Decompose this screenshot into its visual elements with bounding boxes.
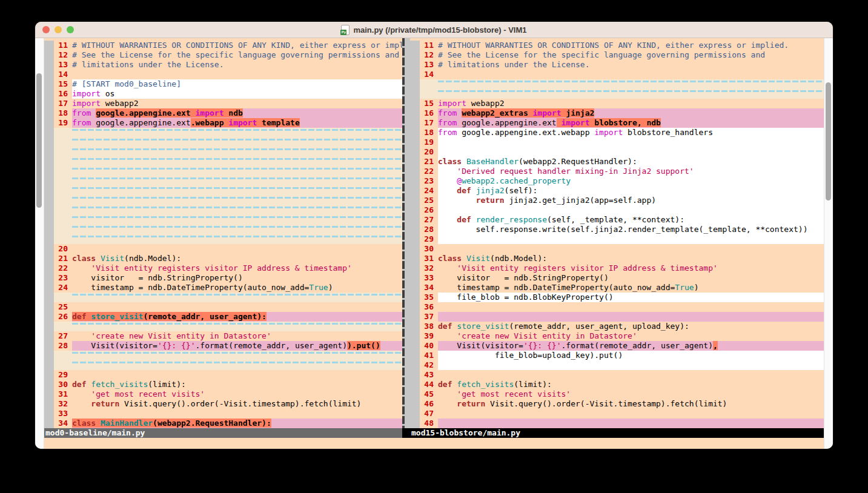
code-line[interactable]: 31class Visit(ndb.Model): [410,254,824,263]
left-scrollbar[interactable] [35,38,44,449]
code-line[interactable]: 14 [410,70,824,79]
filler-line[interactable] [44,128,402,137]
code-line[interactable]: 46 return Visit.query().order(-Visit.tim… [410,399,824,409]
code-line[interactable]: 18from google.appengine.ext import ndb [44,108,402,118]
vertical-split-separator[interactable] [402,38,410,438]
filler-line[interactable] [44,186,402,196]
close-button[interactable] [42,26,50,33]
separator-status-cap [402,428,410,438]
code-line[interactable]: 12# See the License for the specific lan… [44,50,402,60]
filler-line[interactable] [410,89,824,99]
code-line[interactable]: 21class Visit(ndb.Model): [44,254,402,263]
code-line[interactable]: 34 timestamp = ndb.DateTimeProperty(auto… [410,283,824,293]
statusline-right[interactable]: mod15-blobstore/main.py [410,428,824,438]
filler-line[interactable] [44,147,402,157]
code-line[interactable]: 29 [44,370,402,380]
code-line[interactable]: 14 [44,70,402,79]
code-line[interactable]: 18from google.appengine.ext.webapp impor… [410,128,824,137]
statusline-left[interactable]: mod0-baseline/main.py [44,428,402,438]
filler-line[interactable] [44,225,402,234]
code-line[interactable]: 43 [410,370,824,380]
code-line[interactable]: 41 file_blob=upload_key).put() [410,351,824,360]
code-line[interactable]: 40 Visit(visitor='{}: {}'.format(remote_… [410,341,824,351]
code-segment: fetch_visits [91,380,148,389]
filler-line[interactable] [44,205,402,215]
code-line[interactable]: 16import os [44,89,402,99]
fold-column [410,50,420,60]
command-line[interactable] [44,438,824,449]
code-line[interactable]: 12# See the License for the specific lan… [410,50,824,60]
right-scrollbar[interactable] [824,38,833,449]
code-line[interactable]: 19from google.appengine.ext.webapp impor… [44,118,402,128]
code-line[interactable]: 23 @webapp2.cached_property [410,176,824,186]
code-line[interactable]: 42 [410,360,824,370]
code-text: 'Visit entity registers visitor IP addre… [72,263,402,273]
code-line[interactable]: 25 [44,302,402,312]
code-line[interactable]: 35 file_blob = ndb.BlobKeyProperty() [410,293,824,302]
code-line[interactable]: 25 return jinja2.get_jinja2(app=self.app… [410,196,824,205]
code-line[interactable]: 29 [410,234,824,244]
left-scrollbar-thumb[interactable] [36,73,42,208]
filler-line[interactable] [44,234,402,244]
code-line[interactable]: 22 'Visit entity registers visitor IP ad… [44,263,402,273]
code-text [72,234,402,244]
filler-line[interactable] [44,322,402,331]
filler-line[interactable] [44,196,402,205]
code-line[interactable]: 17import webapp2 [44,99,402,108]
filler-line[interactable] [44,137,402,147]
filler-line[interactable] [410,79,824,89]
code-line[interactable]: 19 [410,137,824,147]
code-line[interactable]: 45 'get most recent visits' [410,389,824,399]
code-line[interactable]: 26def store_visit(remote_addr, user_agen… [44,312,402,322]
code-line[interactable]: 31 'get most recent visits' [44,389,402,399]
code-line[interactable]: 16from webapp2_extras import jinja2 [410,108,824,118]
zoom-button[interactable] [67,26,74,33]
line-number: 20 [420,147,438,157]
code-line[interactable]: 28 self.response.write(self.jinja2.rende… [410,225,824,234]
code-line[interactable]: 36 [410,302,824,312]
code-line[interactable]: 39 'create new Visit entity in Datastore… [410,331,824,341]
code-line[interactable]: 13# limitations under the License. [410,60,824,70]
code-line[interactable]: 38def store_visit(remote_addr, user_agen… [410,322,824,331]
code-line[interactable]: 33 [44,409,402,419]
filler-line[interactable] [44,351,402,360]
code-line[interactable]: 15import webapp2 [410,99,824,108]
fold-column [44,409,54,419]
code-line[interactable]: 17from google.appengine.ext import blobs… [410,118,824,128]
code-line[interactable]: 27 'create new Visit entity in Datastore… [44,331,402,341]
code-line[interactable]: 26 [410,205,824,215]
line-number: 25 [54,302,72,312]
code-line[interactable]: 48 [410,419,824,428]
code-line[interactable]: 24 timestamp = ndb.DateTimeProperty(auto… [44,283,402,293]
code-line[interactable]: 30def fetch_visits(limit): [44,380,402,389]
code-line[interactable]: 23 visitor = ndb.StringProperty() [44,273,402,283]
code-line[interactable]: 32 'Visit entity registers visitor IP ad… [410,263,824,273]
code-line[interactable]: 44def fetch_visits(limit): [410,380,824,389]
code-line[interactable]: 27 def render_response(self, _template, … [410,215,824,225]
filler-line[interactable] [44,215,402,225]
code-segment: import [438,99,466,108]
filler-line[interactable] [44,176,402,186]
code-line[interactable]: 22 'Derived request handler mixing-in Ji… [410,167,824,176]
filler-line[interactable] [44,360,402,370]
code-line[interactable]: 15# [START mod0_baseline] [44,79,402,89]
code-line[interactable]: 24 def jinja2(self): [410,186,824,196]
code-line[interactable]: 21class BaseHandler(webapp2.RequestHandl… [410,157,824,167]
code-line[interactable]: 13# limitations under the License. [44,60,402,70]
code-line[interactable]: 30 [410,244,824,254]
code-line[interactable]: 28 Visit(visitor='{}: {}'.format(remote_… [44,341,402,351]
filler-line[interactable] [44,293,402,302]
code-line[interactable]: 11# WITHOUT WARRANTIES OR CONDITIONS OF … [410,41,824,50]
code-line[interactable]: 33 visitor = ndb.StringProperty() [410,273,824,283]
filler-line[interactable] [44,157,402,167]
code-line[interactable]: 47 [410,409,824,419]
filler-line[interactable] [44,167,402,176]
code-line[interactable]: 20 [44,244,402,254]
code-line[interactable]: 34class MainHandler(webapp2.RequestHandl… [44,419,402,428]
right-scrollbar-thumb[interactable] [826,82,831,200]
code-line[interactable]: 11# WITHOUT WARRANTIES OR CONDITIONS OF … [44,41,402,50]
code-line[interactable]: 20 [410,147,824,157]
code-line[interactable]: 37 [410,312,824,322]
minimize-button[interactable] [55,26,62,33]
code-line[interactable]: 32 return Visit.query().order(-Visit.tim… [44,399,402,409]
